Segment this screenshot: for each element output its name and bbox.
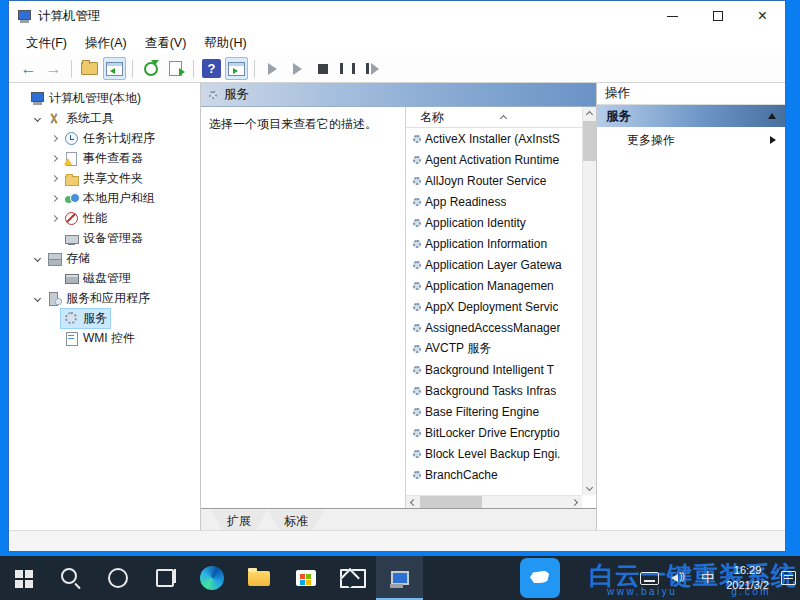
service-row[interactable]: BranchCache: [406, 464, 582, 485]
tree-expander-icon[interactable]: [30, 251, 44, 265]
minimize-button[interactable]: [650, 1, 695, 31]
tree-item-label: 服务: [83, 310, 107, 327]
show-console-tree-icon[interactable]: [103, 57, 126, 80]
service-row[interactable]: Background Intelligent T: [406, 359, 582, 380]
refresh-icon[interactable]: [139, 57, 162, 80]
service-gear-icon: [413, 387, 421, 395]
tree-item[interactable]: 系统工具: [9, 108, 200, 128]
twitter-icon[interactable]: [517, 556, 564, 600]
horizontal-scrollbar[interactable]: [406, 495, 582, 508]
tree-item[interactable]: 服务和应用程序: [9, 288, 200, 308]
export-list-icon[interactable]: [164, 57, 187, 80]
sort-ascending-icon: [500, 115, 507, 122]
horizontal-scrollbar-thumb[interactable]: [420, 496, 482, 508]
tree-expander-icon[interactable]: [47, 231, 61, 245]
tree-expander-icon[interactable]: [30, 111, 44, 125]
tree-expander-icon[interactable]: [47, 211, 61, 225]
tree-item[interactable]: 性能: [9, 208, 200, 228]
vertical-scrollbar-thumb[interactable]: [583, 121, 596, 161]
service-row[interactable]: Block Level Backup Engi.: [406, 443, 582, 464]
start-icon[interactable]: [0, 556, 47, 600]
open-folder-icon[interactable]: [78, 57, 101, 80]
taskview-icon[interactable]: [141, 556, 188, 600]
service-row[interactable]: ActiveX Installer (AxInstS: [406, 128, 582, 149]
scroll-left-icon[interactable]: [410, 499, 417, 506]
tree-expander-icon[interactable]: [47, 171, 61, 185]
service-row[interactable]: BitLocker Drive Encryptio: [406, 422, 582, 443]
start2-icon[interactable]: [286, 57, 309, 80]
collapse-icon[interactable]: [768, 113, 776, 119]
search-icon[interactable]: [47, 556, 94, 600]
tree-expander-icon[interactable]: [30, 291, 44, 305]
service-row[interactable]: AllJoyn Router Service: [406, 170, 582, 191]
tree-item[interactable]: 任务计划程序: [9, 128, 200, 148]
tree-item[interactable]: 设备管理器: [9, 228, 200, 248]
tree-expander-icon[interactable]: [13, 91, 27, 105]
name-column-header[interactable]: 名称: [406, 107, 596, 128]
service-row[interactable]: Application Layer Gatewa: [406, 254, 582, 275]
service-row[interactable]: App Readiness: [406, 191, 582, 212]
service-row[interactable]: Application Managemen: [406, 275, 582, 296]
service-name: AVCTP 服务: [425, 340, 491, 357]
more-actions-item[interactable]: 更多操作: [597, 127, 785, 153]
tray-clock[interactable]: 16:29 2021/3/2: [726, 563, 769, 593]
tree-item[interactable]: 计算机管理(本地): [9, 88, 200, 108]
tree-expander-icon[interactable]: [47, 151, 61, 165]
help-icon[interactable]: [202, 59, 221, 78]
scroll-up-icon[interactable]: [586, 111, 593, 118]
tree-item[interactable]: WMI 控件: [9, 328, 200, 348]
action-center-icon[interactable]: [781, 571, 796, 585]
actions-group-header[interactable]: 服务: [597, 105, 785, 127]
view-tab[interactable]: 标准: [268, 510, 324, 530]
scroll-down-icon[interactable]: [586, 484, 593, 491]
vertical-scrollbar[interactable]: [582, 107, 596, 495]
titlebar: 计算机管理 ×: [9, 1, 785, 31]
service-row[interactable]: Application Information: [406, 233, 582, 254]
pause-icon[interactable]: [336, 57, 359, 80]
service-row[interactable]: Background Tasks Infras: [406, 380, 582, 401]
mail-icon[interactable]: [329, 556, 376, 600]
maximize-button[interactable]: [695, 1, 740, 31]
menu-item[interactable]: 文件(F): [17, 32, 76, 55]
tree-expander-icon[interactable]: [47, 271, 61, 285]
tree-expander-icon[interactable]: [47, 131, 61, 145]
tree-expander-icon[interactable]: [47, 311, 61, 325]
tree-item[interactable]: 存储: [9, 248, 200, 268]
view-tab[interactable]: 扩展: [211, 510, 267, 530]
tree-item[interactable]: 事件查看器: [9, 148, 200, 168]
store-icon[interactable]: [282, 556, 329, 600]
forward-icon[interactable]: [42, 57, 65, 80]
cortana-icon[interactable]: [94, 556, 141, 600]
menu-item[interactable]: 操作(A): [76, 32, 136, 55]
service-row[interactable]: AppX Deployment Servic: [406, 296, 582, 317]
start-icon[interactable]: [261, 57, 284, 80]
tree-expander-icon[interactable]: [47, 331, 61, 345]
edge-icon[interactable]: [188, 556, 235, 600]
restart-icon[interactable]: [361, 57, 384, 80]
menu-item[interactable]: 帮助(H): [195, 32, 255, 55]
show-action-pane-icon[interactable]: [225, 57, 248, 80]
ime-indicator[interactable]: 中: [701, 569, 714, 587]
explorer-icon[interactable]: [235, 556, 282, 600]
tree-item[interactable]: 共享文件夹: [9, 168, 200, 188]
tree-item[interactable]: 本地用户和组: [9, 188, 200, 208]
scroll-right-icon[interactable]: [571, 499, 578, 506]
service-row[interactable]: AVCTP 服务: [406, 338, 582, 359]
tree-item[interactable]: 服务: [9, 308, 200, 328]
stop-icon[interactable]: [311, 57, 334, 80]
volume-icon[interactable]: [671, 571, 689, 585]
service-row[interactable]: AssignedAccessManager: [406, 317, 582, 338]
touch-keyboard-icon[interactable]: [640, 572, 659, 585]
users-icon: [64, 192, 79, 205]
tree-item[interactable]: 磁盘管理: [9, 268, 200, 288]
service-row[interactable]: Base Filtering Engine: [406, 401, 582, 422]
back-icon[interactable]: [17, 57, 40, 80]
menu-item[interactable]: 查看(V): [136, 32, 196, 55]
service-name: Application Identity: [425, 216, 526, 230]
service-row[interactable]: Agent Activation Runtime: [406, 149, 582, 170]
close-button[interactable]: ×: [740, 1, 785, 31]
tree-expander-icon[interactable]: [47, 191, 61, 205]
service-row[interactable]: Application Identity: [406, 212, 582, 233]
compmgmt-icon[interactable]: [376, 556, 423, 600]
service-name: BitLocker Drive Encryptio: [425, 426, 560, 440]
